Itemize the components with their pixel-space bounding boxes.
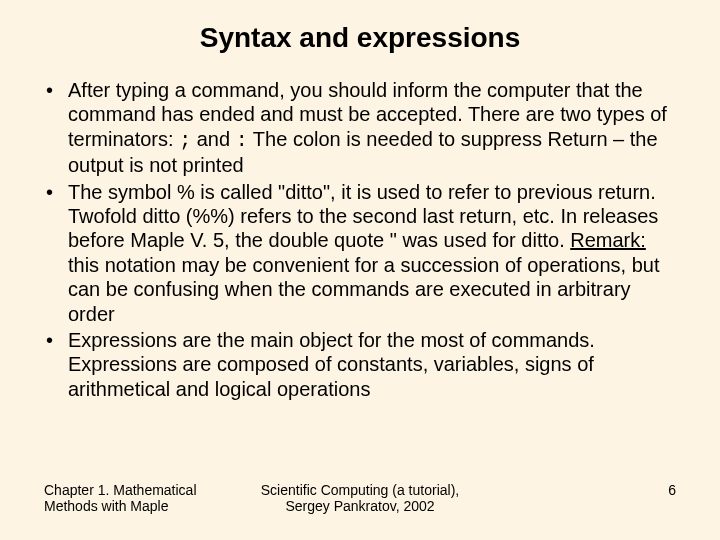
page-number: 6	[668, 482, 676, 498]
slide-footer: Chapter 1. Mathematical Methods with Map…	[40, 482, 680, 520]
bullet-item: Expressions are the main object for the …	[40, 328, 680, 401]
bullet-item: After typing a command, you should infor…	[40, 78, 680, 178]
slide-title: Syntax and expressions	[40, 22, 680, 54]
footer-source: Scientific Computing (a tutorial),	[242, 482, 479, 498]
footer-chapter: Chapter 1. Mathematical	[44, 482, 242, 498]
bullet-text: and	[191, 128, 235, 150]
bullet-text: this notation may be convenient for a su…	[68, 254, 659, 325]
terminator-colon: :	[236, 129, 248, 152]
bullet-list: After typing a command, you should infor…	[40, 78, 680, 401]
remark-label: Remark:	[570, 229, 646, 251]
footer-chapter-sub: Methods with Maple	[44, 498, 242, 514]
slide-content: After typing a command, you should infor…	[40, 78, 680, 474]
footer-author: Sergey Pankratov, 2002	[242, 498, 479, 514]
terminator-semicolon: ;	[179, 129, 191, 152]
bullet-text: Expressions are the main object for the …	[68, 329, 595, 400]
footer-left: Chapter 1. Mathematical Methods with Map…	[44, 482, 242, 514]
footer-right: 6	[479, 482, 677, 498]
slide: Syntax and expressions After typing a co…	[0, 0, 720, 540]
bullet-item: The symbol % is called "ditto", it is us…	[40, 180, 680, 326]
footer-center: Scientific Computing (a tutorial), Serge…	[242, 482, 479, 514]
